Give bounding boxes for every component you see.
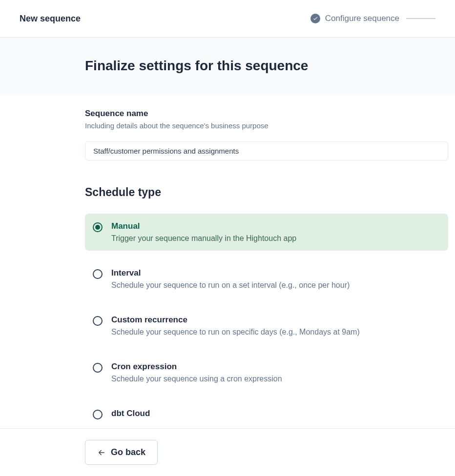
- schedule-option-title: Manual: [111, 221, 296, 231]
- radio-icon: [93, 222, 103, 232]
- go-back-label: Go back: [111, 447, 145, 457]
- page-title: New sequence: [20, 14, 81, 24]
- sequence-name-section: Sequence name Including details about th…: [85, 109, 448, 160]
- schedule-option-desc: Schedule your sequence to run on a set i…: [111, 281, 350, 290]
- schedule-type-radio-group: ManualTrigger your sequence manually in …: [85, 214, 448, 421]
- radio-icon: [93, 363, 103, 373]
- schedule-option-custom-recurrence[interactable]: Custom recurrenceSchedule your sequence …: [85, 307, 448, 344]
- schedule-option-cron-expression[interactable]: Cron expressionSchedule your sequence us…: [85, 354, 448, 391]
- schedule-type-heading: Schedule type: [85, 186, 448, 199]
- content-area: Sequence name Including details about th…: [0, 94, 455, 421]
- schedule-option-dbt-cloud[interactable]: dbt CloudAutomatically trigger your sequ…: [85, 401, 448, 421]
- schedule-option-title: dbt Cloud: [111, 409, 358, 418]
- schedule-option-title: Interval: [111, 268, 350, 278]
- go-back-button[interactable]: Go back: [85, 440, 158, 465]
- stepper-connector: [406, 18, 435, 19]
- footer-bar: Go back: [0, 428, 455, 476]
- radio-icon: [93, 410, 103, 419]
- schedule-option-manual[interactable]: ManualTrigger your sequence manually in …: [85, 214, 448, 251]
- sequence-name-sublabel: Including details about the sequence's b…: [85, 121, 448, 130]
- schedule-option-title: Custom recurrence: [111, 315, 360, 325]
- stepper: Configure sequence: [310, 14, 435, 23]
- schedule-option-desc: Schedule your sequence using a cron expr…: [111, 375, 282, 383]
- radio-icon: [93, 269, 103, 279]
- top-bar: New sequence Configure sequence: [0, 0, 455, 38]
- schedule-option-desc: Trigger your sequence manually in the Hi…: [111, 234, 296, 243]
- sequence-name-label: Sequence name: [85, 109, 448, 119]
- check-icon: [310, 14, 320, 23]
- arrow-left-icon: [97, 448, 106, 457]
- banner-title: Finalize settings for this sequence: [85, 58, 435, 74]
- banner: Finalize settings for this sequence: [0, 38, 455, 94]
- schedule-option-desc: Schedule your sequence to run on specifi…: [111, 328, 360, 337]
- schedule-option-interval[interactable]: IntervalSchedule your sequence to run on…: [85, 260, 448, 298]
- schedule-option-title: Cron expression: [111, 362, 282, 372]
- stepper-step-configure[interactable]: Configure sequence: [310, 14, 399, 23]
- radio-icon: [93, 316, 103, 326]
- stepper-step-label: Configure sequence: [325, 14, 399, 23]
- sequence-name-input[interactable]: [85, 141, 448, 160]
